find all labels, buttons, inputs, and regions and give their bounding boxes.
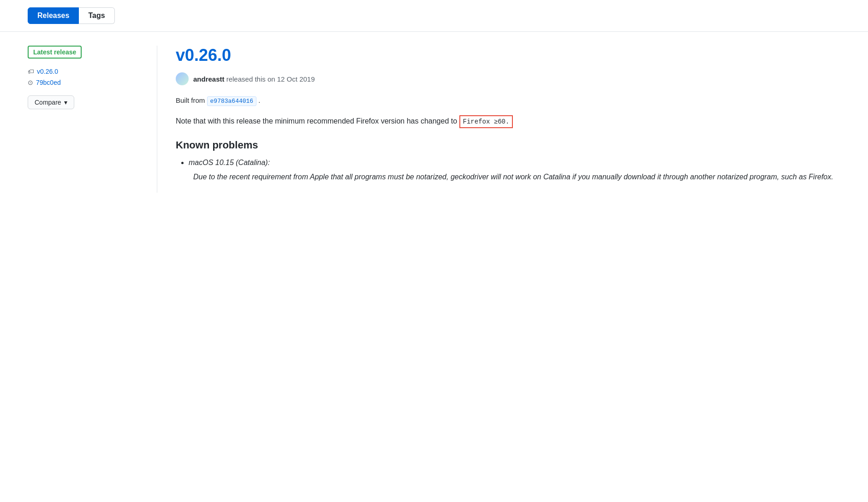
release-meta: andreastt released this on 12 Oct 2019 — [176, 72, 840, 85]
note-prefix: Note that with this release the minimum … — [176, 117, 457, 125]
commit-hash-label[interactable]: 79bc0ed — [36, 79, 61, 86]
chevron-down-icon: ▾ — [64, 99, 67, 106]
tab-tags[interactable]: Tags — [79, 7, 114, 24]
built-from-paragraph: Built from e9783a644016 . — [176, 96, 840, 106]
avatar-image — [176, 72, 189, 85]
sidebar: Latest release 🏷 v0.26.0 ⊙ 79bc0ed Compa… — [28, 46, 157, 193]
note-text: Note that with this release the minimum … — [176, 115, 840, 128]
release-title: v0.26.0 — [176, 46, 840, 65]
problem-detail-text: Due to the recent requirement from Apple… — [189, 171, 840, 183]
built-from-suffix: . — [258, 96, 260, 104]
sidebar-meta: 🏷 v0.26.0 ⊙ 79bc0ed — [28, 68, 143, 86]
latest-release-badge: Latest release — [28, 46, 82, 59]
author-name[interactable]: andreastt — [193, 75, 225, 83]
commit-link[interactable]: e9783a644016 — [207, 96, 257, 106]
version-tag-label[interactable]: v0.26.0 — [37, 68, 58, 75]
release-content: v0.26.0 andreastt released this on 12 Oc… — [157, 46, 840, 193]
release-meta-text: andreastt released this on 12 Oct 2019 — [193, 75, 315, 83]
tab-navigation: Releases Tags — [0, 0, 868, 31]
problems-list: macOS 10.15 (Catalina): Due to the recen… — [176, 159, 840, 183]
main-content: Latest release 🏷 v0.26.0 ⊙ 79bc0ed Compa… — [0, 32, 868, 207]
tag-icon: 🏷 — [28, 68, 34, 75]
version-tag-item: 🏷 v0.26.0 — [28, 68, 143, 75]
commit-icon: ⊙ — [28, 79, 33, 86]
built-from-prefix: Built from — [176, 96, 205, 104]
release-date: released this on 12 Oct 2019 — [226, 75, 315, 83]
tab-releases[interactable]: Releases — [28, 7, 79, 24]
compare-button[interactable]: Compare ▾ — [28, 95, 74, 109]
list-item: macOS 10.15 (Catalina): Due to the recen… — [189, 159, 840, 183]
commit-hash-item: ⊙ 79bc0ed — [28, 79, 143, 86]
problem-item-label: macOS 10.15 (Catalina): — [189, 159, 270, 166]
avatar — [176, 72, 189, 85]
known-problems-heading: Known problems — [176, 139, 840, 151]
firefox-highlight: Firefox ≥60. — [459, 115, 513, 128]
